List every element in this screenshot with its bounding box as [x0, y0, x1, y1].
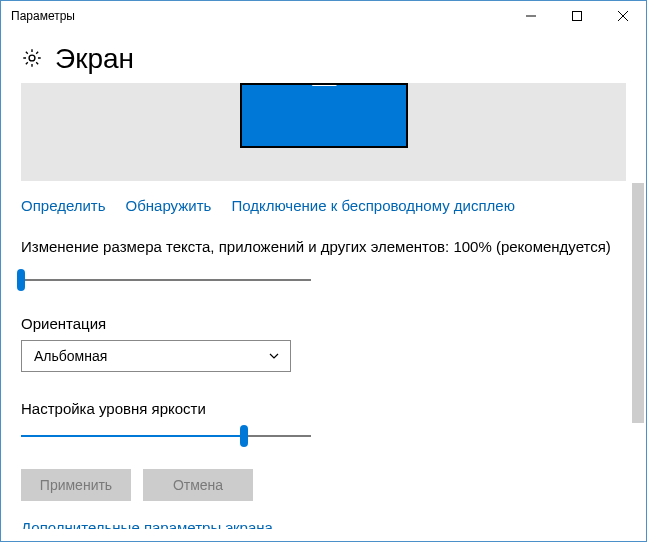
slider-track — [21, 279, 311, 281]
page-header: Экран — [1, 31, 646, 83]
vertical-scrollbar[interactable] — [630, 83, 646, 539]
minimize-button[interactable] — [508, 1, 554, 31]
apply-cancel-row: Применить Отмена — [21, 469, 626, 501]
advanced-display-settings-link[interactable]: Дополнительные параметры экрана — [21, 519, 626, 529]
wireless-display-link[interactable]: Подключение к беспроводному дисплею — [231, 197, 515, 214]
monitor-tile-1[interactable]: 1 — [240, 83, 408, 148]
svg-point-4 — [29, 55, 35, 61]
slider-thumb[interactable] — [17, 269, 25, 291]
scale-label: Изменение размера текста, приложений и д… — [21, 238, 626, 255]
orientation-value: Альбомная — [34, 348, 107, 364]
display-preview: 1 — [21, 83, 626, 181]
svg-rect-1 — [573, 12, 582, 21]
page-title: Экран — [55, 43, 134, 75]
window-controls — [508, 1, 646, 31]
slider-thumb[interactable] — [240, 425, 248, 447]
chevron-down-icon — [268, 350, 280, 362]
window-title: Параметры — [11, 9, 75, 23]
display-action-links: Определить Обнаружить Подключение к бесп… — [21, 197, 626, 214]
brightness-slider[interactable] — [21, 425, 311, 449]
close-button[interactable] — [600, 1, 646, 31]
slider-track-fill — [21, 435, 244, 437]
orientation-dropdown[interactable]: Альбомная — [21, 340, 291, 372]
brightness-label: Настройка уровня яркости — [21, 400, 626, 417]
titlebar: Параметры — [1, 1, 646, 31]
apply-button[interactable]: Применить — [21, 469, 131, 501]
cancel-button[interactable]: Отмена — [143, 469, 253, 501]
maximize-button[interactable] — [554, 1, 600, 31]
scale-slider[interactable] — [21, 269, 311, 293]
scrollbar-thumb[interactable] — [632, 183, 644, 423]
identify-link[interactable]: Определить — [21, 197, 106, 214]
detect-link[interactable]: Обнаружить — [126, 197, 212, 214]
orientation-label: Ориентация — [21, 315, 626, 332]
scroll-area: 1 Определить Обнаружить Подключение к бе… — [1, 83, 646, 539]
gear-icon — [21, 47, 43, 72]
